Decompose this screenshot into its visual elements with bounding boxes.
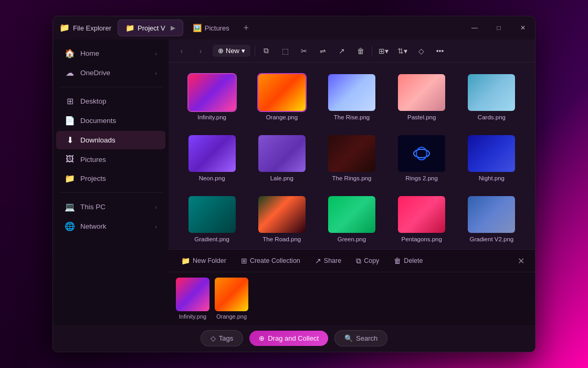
cut-button[interactable]: ⬚ [276,43,294,59]
window-body: 🏠 Home › ☁ OneDrive › ⊞ Desktop 📄 Docume… [53,39,535,325]
bottom-action-bar: ◇ Tags ⊕ Drag and Collect 🔍 Search [53,325,535,352]
file-name-infinity: Infinity.png [197,114,226,120]
add-tab-button[interactable]: + [239,21,254,35]
file-thumb-neon [188,135,236,172]
file-grid-container[interactable]: Infinity.png Orange.png The Rise.png Pas… [169,63,535,249]
more-button[interactable]: ••• [431,43,449,59]
sidebar-item-pictures[interactable]: 🖼 Pictures [56,150,165,168]
file-name-road: The Road.png [262,236,301,242]
filter-button[interactable]: ◇ [412,43,430,59]
sidebar-item-desktop[interactable]: ⊞ Desktop [56,92,165,110]
share-bottom-icon: ↗ [315,257,321,265]
tabs-area: 📁 Project V ▶ 🖼️ Pictures + [118,19,463,36]
toolbar: ‹ › ⊕ New ▾ ⧉ ⬚ ✂ ⇌ ↗ 🗑 ⊞▾ ⇅▾ ◇ ••• [169,39,535,63]
file-thumb-pastel [398,74,445,111]
maximize-button[interactable]: □ [487,16,511,39]
drag-collect-button[interactable]: ⊕ Drag and Collect [249,331,328,346]
file-name-cards: Cards.png [478,114,506,120]
sidebar-item-onedrive[interactable]: ☁ OneDrive › [56,64,165,82]
file-item-rise[interactable]: The Rise.png [319,71,384,124]
share-button[interactable]: ↗ [333,43,351,59]
view-button[interactable]: ⊞▾ [374,43,392,59]
file-item-gradientv2[interactable]: Gradient V2.png [459,193,524,246]
file-item-lale[interactable]: Lale.png [249,132,314,185]
new-button[interactable]: ⊕ New ▾ [213,45,250,57]
sidebar-label-network: Network [80,222,107,230]
delete-bottom-button[interactable]: 🗑 Delete [388,254,428,267]
file-item-cards[interactable]: Cards.png [459,71,524,124]
sort-button[interactable]: ⇅▾ [393,43,411,59]
file-name-rings: The Rings.png [332,175,372,181]
forward-button[interactable]: › [192,43,209,59]
selected-label-orange: Orange.png [216,313,247,320]
create-collection-label: Create Collection [250,257,300,264]
close-button[interactable]: ✕ [511,16,535,39]
sidebar-label-projects: Projects [80,175,106,182]
scissors-button[interactable]: ✂ [295,43,313,59]
copy-bottom-icon: ⧉ [356,257,361,265]
new-folder-icon: 📁 [181,257,190,265]
pictures-icon: 🖼 [65,155,75,164]
create-collection-button[interactable]: ⊞ Create Collection [236,254,306,267]
file-item-road[interactable]: The Road.png [249,193,314,246]
file-name-rings2: Rings 2.png [406,175,438,181]
search-label: Search [356,334,377,342]
new-folder-button[interactable]: 📁 New Folder [176,254,232,267]
file-item-rings[interactable]: The Rings.png [319,132,384,185]
file-item-rings2[interactable]: Rings 2.png [389,132,455,185]
selected-file-infinity[interactable]: Infinity.png [176,278,209,320]
file-item-infinity[interactable]: Infinity.png [179,71,245,124]
tab-pictures[interactable]: 🖼️ Pictures [185,19,237,36]
file-name-pentagons: Pentagons.png [402,236,442,242]
main-content: ‹ › ⊕ New ▾ ⧉ ⬚ ✂ ⇌ ↗ 🗑 ⊞▾ ⇅▾ ◇ ••• [169,39,535,325]
file-thumb-rings2 [398,135,445,172]
file-item-pentagons[interactable]: Pentagons.png [389,193,455,246]
window-controls: — □ ✕ [463,16,535,39]
home-arrow: › [155,50,157,57]
share-bottom-button[interactable]: ↗ Share [310,254,346,267]
file-thumb-lale [258,135,306,172]
sidebar-item-home[interactable]: 🏠 Home › [56,44,165,63]
copy-bottom-button[interactable]: ⧉ Copy [351,254,384,268]
file-item-green[interactable]: Green.png [319,193,384,246]
sidebar-item-network[interactable]: 🌐 Network › [56,217,165,236]
minimize-button[interactable]: — [463,16,487,39]
sidebar-label-this-pc: This PC [80,203,106,211]
file-thumb-infinity [188,74,236,111]
file-item-night[interactable]: Night.png [459,132,524,185]
sidebar-item-projects[interactable]: 📁 Projects [56,169,165,188]
sidebar-item-downloads[interactable]: ⬇ Downloads [56,131,165,149]
tab-label-pictures: Pictures [205,24,229,32]
back-button[interactable]: ‹ [173,43,191,59]
sidebar-item-documents[interactable]: 📄 Documents [56,111,165,130]
delete-bottom-icon: 🗑 [394,257,401,265]
file-item-pastel[interactable]: Pastel.png [389,71,455,124]
move-button[interactable]: ⇌ [314,43,332,59]
file-name-orange: Orange.png [266,114,298,120]
copy-to-button[interactable]: ⧉ [257,43,275,59]
sidebar-label-desktop: Desktop [80,97,107,105]
tab-icon-project-v: 📁 [125,24,134,32]
search-button[interactable]: 🔍 Search [334,330,387,346]
bottom-bar: 📁 New Folder ⊞ Create Collection ↗ Share… [169,249,535,325]
delete-button[interactable]: 🗑 [352,43,370,59]
selected-label-infinity: Infinity.png [179,313,206,320]
this-pc-arrow: › [155,204,157,210]
this-pc-icon: 💻 [65,202,75,212]
file-name-rise: The Rise.png [334,114,370,120]
file-item-gradient[interactable]: Gradient.png [179,193,245,246]
file-thumb-night [468,135,515,172]
desktop-icon: ⊞ [65,96,75,106]
new-icon: ⊕ [218,47,224,55]
file-grid: Infinity.png Orange.png The Rise.png Pas… [179,71,524,246]
tags-button[interactable]: ◇ Tags [201,330,243,346]
bottom-bar-close-button[interactable]: ✕ [514,254,528,268]
file-item-neon[interactable]: Neon.png [179,132,245,185]
selected-file-orange[interactable]: Orange.png [215,278,248,320]
sidebar-item-this-pc[interactable]: 💻 This PC › [56,198,165,216]
file-item-orange[interactable]: Orange.png [249,71,314,124]
projects-icon: 📁 [65,173,75,183]
network-icon: 🌐 [65,221,75,231]
file-thumb-rings [328,135,375,172]
tab-project-v[interactable]: 📁 Project V ▶ [118,19,183,36]
